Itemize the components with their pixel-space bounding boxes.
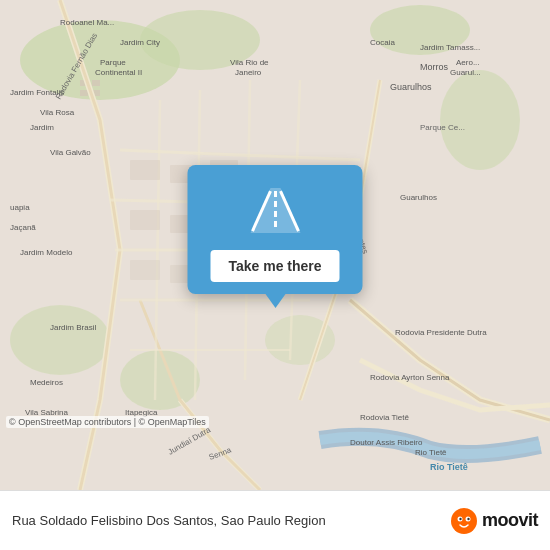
navigation-popup: Take me there xyxy=(188,165,363,294)
svg-text:Medeiros: Medeiros xyxy=(30,378,63,387)
svg-text:Jardim Tamass...: Jardim Tamass... xyxy=(420,43,480,52)
svg-text:Guarulhos: Guarulhos xyxy=(400,193,437,202)
road-icon xyxy=(240,183,310,238)
svg-rect-21 xyxy=(130,160,160,180)
svg-text:Vila Rosa: Vila Rosa xyxy=(40,108,75,117)
svg-text:Janeiro: Janeiro xyxy=(235,68,262,77)
svg-text:Rio Tietê: Rio Tietê xyxy=(415,448,447,457)
svg-point-76 xyxy=(459,517,461,519)
svg-point-73 xyxy=(451,508,477,534)
bottom-bar: Rua Soldado Felisbino Dos Santos, Sao Pa… xyxy=(0,490,550,550)
svg-text:Jaçanã: Jaçanã xyxy=(10,223,36,232)
svg-text:Jardim Brasil: Jardim Brasil xyxy=(50,323,96,332)
moovit-wordmark: moovit xyxy=(482,510,538,531)
svg-rect-29 xyxy=(130,260,160,280)
svg-text:Rodovia Presidente Dutra: Rodovia Presidente Dutra xyxy=(395,328,487,337)
svg-text:Vila Rio de: Vila Rio de xyxy=(230,58,269,67)
svg-text:Jardim Modelo: Jardim Modelo xyxy=(20,248,73,257)
svg-text:Guarulhos: Guarulhos xyxy=(390,82,432,92)
moovit-logo: moovit xyxy=(450,507,538,535)
svg-text:Guarul...: Guarul... xyxy=(450,68,481,77)
svg-point-4 xyxy=(440,70,520,170)
svg-text:Rio Tietê: Rio Tietê xyxy=(430,462,468,472)
svg-text:Continental II: Continental II xyxy=(95,68,142,77)
svg-text:Cocaia: Cocaia xyxy=(370,38,395,47)
take-me-there-button[interactable]: Take me there xyxy=(210,250,339,282)
map-attribution: © OpenStreetMap contributors | © OpenMap… xyxy=(6,416,209,428)
svg-text:Jardim: Jardim xyxy=(30,123,54,132)
svg-rect-9 xyxy=(92,80,100,86)
svg-text:uapia: uapia xyxy=(10,203,30,212)
svg-text:Parque: Parque xyxy=(100,58,126,67)
svg-rect-25 xyxy=(130,210,160,230)
svg-text:Rodovia Tietê: Rodovia Tietê xyxy=(360,413,409,422)
svg-text:Rodovia Ayrton Senna: Rodovia Ayrton Senna xyxy=(370,373,450,382)
svg-text:Aero...: Aero... xyxy=(456,58,480,67)
svg-point-77 xyxy=(467,517,469,519)
svg-text:Vila Galvão: Vila Galvão xyxy=(50,148,91,157)
address-text: Rua Soldado Felisbino Dos Santos, Sao Pa… xyxy=(12,513,450,528)
svg-text:Doutor Assis Ribeiro: Doutor Assis Ribeiro xyxy=(350,438,423,447)
svg-point-6 xyxy=(120,350,200,410)
svg-text:Morros: Morros xyxy=(420,62,449,72)
svg-text:Parque Ce...: Parque Ce... xyxy=(420,123,465,132)
svg-text:Rodoanel Ma...: Rodoanel Ma... xyxy=(60,18,114,27)
map-container: Morros Guarulhos Guarulhos Parque Ce... … xyxy=(0,0,550,490)
moovit-logo-icon xyxy=(450,507,478,535)
svg-rect-10 xyxy=(80,90,88,96)
svg-text:Jardim City: Jardim City xyxy=(120,38,160,47)
svg-point-5 xyxy=(10,305,110,375)
